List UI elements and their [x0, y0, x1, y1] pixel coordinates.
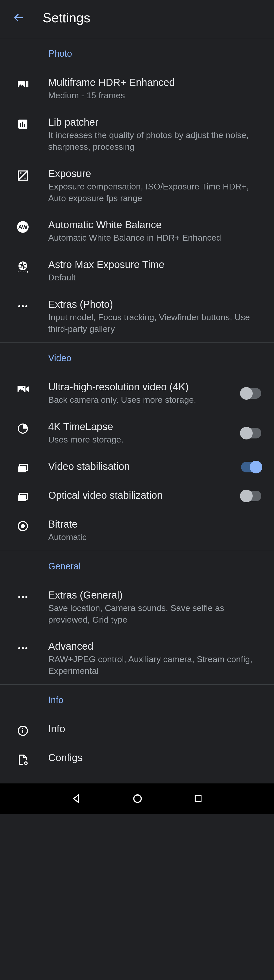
section-header-general: General: [0, 550, 274, 582]
more-horizontal-icon: [15, 591, 30, 603]
svg-marker-37: [74, 795, 78, 802]
nav-home-icon[interactable]: [132, 793, 143, 804]
item-4k-video[interactable]: Ultra-high-resolution video (4K) Back ca…: [0, 374, 274, 414]
burst-icon: [15, 78, 30, 91]
more-horizontal-icon: [15, 642, 30, 654]
section-header-info: Info: [0, 684, 274, 716]
item-subtitle: Automatic White Balance in HDR+ Enhanced: [48, 232, 261, 244]
item-exposure[interactable]: Exposure Exposure compensation, ISO/Expo…: [0, 160, 274, 212]
svg-point-31: [22, 647, 24, 649]
item-title: Lib patcher: [48, 116, 261, 128]
svg-line-9: [18, 171, 27, 180]
svg-point-30: [18, 647, 20, 649]
item-extras-general[interactable]: Extras (General) Save location, Camera s…: [0, 582, 274, 633]
svg-point-15: [22, 305, 24, 307]
item-title: Extras (General): [48, 589, 261, 601]
item-title: Info: [48, 723, 261, 735]
item-subtitle: Default: [48, 272, 261, 283]
svg-point-27: [18, 596, 20, 598]
item-optical-stabilization[interactable]: Optical video stabilization: [0, 482, 274, 511]
svg-rect-5: [20, 123, 21, 127]
item-video-stabilisation[interactable]: Video stabilisation: [0, 453, 274, 482]
item-title: Automatic White Balance: [48, 219, 261, 231]
shutter-icon: [15, 260, 30, 274]
svg-marker-19: [26, 387, 29, 392]
target-icon: [15, 520, 30, 532]
item-title: Optical video stabilization: [48, 490, 233, 501]
item-subtitle: It increases the quality of photos by ad…: [48, 129, 261, 153]
timelapse-icon: [15, 423, 30, 435]
item-advanced[interactable]: Advanced RAW+JPEG control, Auxiliary cam…: [0, 633, 274, 684]
item-title: Bitrate: [48, 519, 261, 530]
item-multiframe-hdr[interactable]: Multiframe HDR+ Enhanced Medium - 15 fra…: [0, 69, 274, 109]
item-configs[interactable]: Configs: [0, 745, 274, 773]
svg-point-38: [134, 795, 141, 802]
svg-rect-7: [24, 124, 26, 127]
item-title: Configs: [48, 752, 261, 764]
info-icon: [15, 725, 30, 737]
svg-rect-22: [18, 466, 26, 473]
svg-rect-3: [27, 81, 29, 88]
item-bitrate[interactable]: Bitrate Automatic: [0, 511, 274, 550]
svg-point-16: [26, 305, 27, 307]
back-arrow-icon[interactable]: [13, 12, 25, 24]
item-title: Astro Max Exposure Time: [48, 259, 261, 270]
item-subtitle: Save location, Camera sounds, Save selfi…: [48, 602, 261, 626]
bar-chart-icon: [15, 118, 30, 130]
more-horizontal-icon: [15, 300, 30, 312]
svg-text:AW: AW: [18, 224, 28, 231]
item-4k-timelapse[interactable]: 4K TimeLapse Uses more storage.: [0, 414, 274, 453]
toggle-4k-timelapse[interactable]: [241, 428, 261, 439]
item-subtitle: Back camera only. Uses more storage.: [48, 394, 233, 406]
svg-point-35: [22, 728, 23, 729]
nav-back-icon[interactable]: [71, 793, 82, 804]
toggle-optical-stabilization[interactable]: [241, 491, 261, 501]
item-extras-photo[interactable]: Extras (Photo) Input model, Focus tracki…: [0, 291, 274, 342]
section-header-photo: Photo: [0, 38, 274, 69]
item-title: Extras (Photo): [48, 299, 261, 310]
item-subtitle: Medium - 15 frames: [48, 90, 261, 101]
svg-rect-6: [22, 122, 23, 127]
item-title: Advanced: [48, 641, 261, 652]
awb-icon: AW: [15, 221, 30, 233]
svg-rect-2: [26, 81, 27, 88]
item-title: Multiframe HDR+ Enhanced: [48, 77, 261, 88]
item-subtitle: Input model, Focus tracking, Viewfinder …: [48, 312, 261, 335]
android-navbar: [0, 783, 274, 814]
item-astro[interactable]: Astro Max Exposure Time Default: [0, 251, 274, 291]
svg-point-26: [21, 525, 24, 528]
item-title: Ultra-high-resolution video (4K): [48, 381, 233, 393]
svg-point-14: [18, 305, 20, 307]
svg-rect-39: [195, 796, 201, 802]
nav-recent-icon[interactable]: [193, 794, 203, 804]
section-header-video: Video: [0, 342, 274, 374]
header: Settings: [0, 0, 274, 38]
item-subtitle: RAW+JPEG control, Auxiliary camera, Stre…: [48, 654, 261, 677]
item-info[interactable]: Info: [0, 716, 274, 745]
item-title: 4K TimeLapse: [48, 421, 233, 433]
file-gear-icon: [15, 754, 30, 766]
frames-icon: [15, 462, 30, 474]
svg-point-28: [22, 596, 24, 598]
item-lib-patcher[interactable]: Lib patcher It increases the quality of …: [0, 109, 274, 160]
page-title: Settings: [43, 10, 90, 25]
item-awb[interactable]: AW Automatic White Balance Automatic Whi…: [0, 212, 274, 251]
svg-point-32: [26, 647, 27, 649]
toggle-4k-video[interactable]: [241, 388, 261, 399]
exposure-icon: [15, 169, 30, 181]
frames-icon: [15, 491, 30, 503]
item-subtitle: Uses more storage.: [48, 434, 233, 445]
item-subtitle: Exposure compensation, ISO/Exposure Time…: [48, 181, 261, 204]
svg-rect-24: [18, 495, 26, 501]
svg-point-29: [26, 596, 27, 598]
item-title: Exposure: [48, 168, 261, 179]
item-subtitle: Automatic: [48, 531, 261, 543]
video-4k-icon: [15, 383, 30, 395]
svg-point-18: [23, 387, 24, 388]
item-title: Video stabilisation: [48, 461, 233, 472]
toggle-video-stabilisation[interactable]: [241, 462, 261, 473]
